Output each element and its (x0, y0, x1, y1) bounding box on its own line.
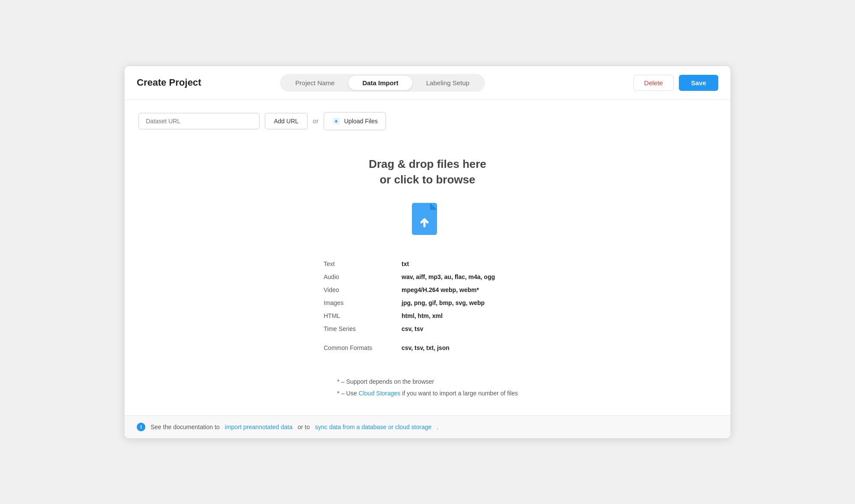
format-value-html: html, htm, xml (402, 309, 531, 322)
url-row: Add URL or Upload Files (138, 112, 717, 130)
tab-labeling-setup[interactable]: Labeling Setup (412, 76, 483, 90)
delete-button[interactable]: Delete (633, 75, 674, 91)
format-value-video: mpeg4/H.264 webp, webm* (402, 283, 531, 296)
upload-files-button[interactable]: Upload Files (324, 112, 386, 130)
format-value-timeseries: csv, tsv (402, 322, 531, 335)
formats-separator (324, 335, 531, 341)
cloud-storages-link[interactable]: Cloud Storages (359, 390, 401, 397)
formats-table: Text txt Audio wav, aiff, mp3, au, flac,… (324, 257, 531, 354)
modal-container: Create Project Project Name Data Import … (125, 66, 730, 438)
format-label-video: Video (324, 283, 402, 296)
footer-suffix: . (437, 424, 438, 430)
header-actions: Delete Save (633, 75, 718, 91)
upload-file-icon (332, 117, 341, 125)
note-line-2: * – Use Cloud Storages if you want to im… (337, 388, 518, 399)
tab-project-name[interactable]: Project Name (282, 76, 349, 90)
upload-files-label: Upload Files (344, 118, 378, 125)
footer-middle: or to (298, 424, 310, 430)
drop-zone[interactable]: Drag & drop files here or click to brows… (138, 143, 717, 403)
save-button[interactable]: Save (679, 75, 718, 91)
format-label-html: HTML (324, 309, 402, 322)
notes-section: * – Support depends on the browser * – U… (337, 376, 518, 399)
format-label-text: Text (324, 257, 402, 270)
header: Create Project Project Name Data Import … (125, 66, 730, 100)
note-line-2-prefix: * – Use (337, 390, 359, 397)
format-label-timeseries: Time Series (324, 322, 402, 335)
drop-title: Drag & drop files here or click to brows… (369, 156, 486, 188)
info-icon: i (137, 423, 145, 431)
footer-prefix: See the documentation to (151, 424, 220, 430)
format-value-text: txt (402, 257, 531, 270)
import-preannotated-link[interactable]: import preannotated data (225, 424, 292, 430)
page-title: Create Project (137, 77, 201, 88)
format-label-audio: Audio (324, 270, 402, 283)
tab-bar: Project Name Data Import Labeling Setup (280, 74, 485, 92)
main-content: Add URL or Upload Files Drag & drop file… (125, 100, 730, 415)
or-separator: or (313, 117, 318, 125)
add-url-button[interactable]: Add URL (265, 113, 308, 129)
format-label-common: Common Formats (324, 341, 402, 354)
footer: i See the documentation to import preann… (125, 415, 730, 438)
note-line-2-suffix: if you want to import a large number of … (400, 390, 518, 397)
sync-data-link[interactable]: sync data from a database or cloud stora… (315, 424, 431, 430)
format-value-audio: wav, aiff, mp3, au, flac, m4a, ogg (402, 270, 531, 283)
format-label-images: Images (324, 296, 402, 309)
note-line-1: * – Support depends on the browser (337, 376, 518, 388)
format-value-common: csv, tsv, txt, json (402, 341, 531, 354)
format-value-images: jpg, png, gif, bmp, svg, webp (402, 296, 531, 309)
file-upload-icon (410, 201, 445, 242)
tab-data-import[interactable]: Data Import (348, 76, 412, 90)
dataset-url-input[interactable] (138, 113, 260, 129)
